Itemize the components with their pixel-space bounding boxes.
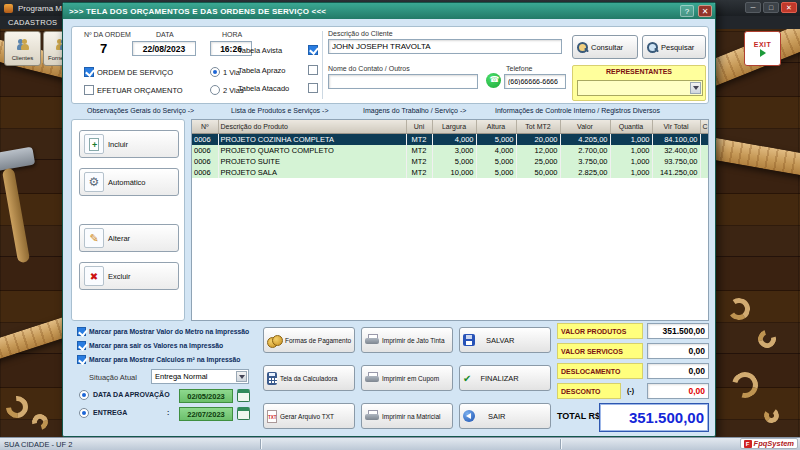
table-cell[interactable]: 0006: [192, 167, 218, 178]
imprimir-jato-button[interactable]: Imprimir de Jato Tinta: [361, 327, 453, 353]
representatives-select[interactable]: [577, 80, 703, 96]
aprovacao-date-field[interactable]: 02/05/2023: [179, 389, 233, 403]
table-cell[interactable]: [700, 145, 708, 156]
table-header-cell[interactable]: Tot MT2: [516, 120, 560, 133]
calendar-icon[interactable]: [237, 389, 250, 402]
table-cell[interactable]: 2.700,00: [560, 145, 610, 156]
toolbar-button-exit[interactable]: EXIT: [744, 31, 781, 66]
imprimir-matricial-button[interactable]: Imprimir na Matricial: [361, 403, 453, 429]
table-cell[interactable]: PROJETO SUITE: [218, 156, 406, 167]
phone-input[interactable]: [504, 74, 566, 89]
table-row[interactable]: 0006PROJETO COZINHA COMPLETAMT24,0005,00…: [192, 133, 708, 145]
table-header-cell[interactable]: Altura: [476, 120, 516, 133]
table-cell[interactable]: 4,000: [432, 133, 476, 145]
via-1-radio[interactable]: 1 Via: [210, 67, 240, 77]
table-cell[interactable]: 20,000: [516, 133, 560, 145]
tab-observacoes[interactable]: Observações Gerais do Serviço ->: [87, 107, 194, 114]
entrega-radio[interactable]: [79, 408, 89, 418]
tabela-avista-checkbox[interactable]: Tabela Avista: [238, 45, 318, 55]
table-cell[interactable]: MT2: [406, 145, 432, 156]
radio-icon[interactable]: [210, 67, 220, 77]
salvar-button[interactable]: SALVAR: [459, 327, 551, 353]
print-option-valores[interactable]: Marcar para sair os Valores na Impressão: [77, 341, 223, 350]
date-field[interactable]: 22/08/2023: [132, 41, 196, 56]
sair-button[interactable]: SAIR: [459, 403, 551, 429]
table-cell[interactable]: 10,000: [432, 167, 476, 178]
whatsapp-icon[interactable]: [486, 73, 501, 88]
print-option-valor-metro[interactable]: Marcar para Mostrar Valor do Metro na Im…: [77, 327, 249, 336]
tab-lista-produtos[interactable]: Lista de Produtos e Serviços ->: [231, 107, 328, 114]
table-cell[interactable]: 12,000: [516, 145, 560, 156]
dialog-close-button[interactable]: ✕: [698, 5, 712, 17]
table-row[interactable]: 0006PROJETO SUITEMT25,0005,00025,0003.75…: [192, 156, 708, 167]
menu-item-cadastros[interactable]: CADASTROS: [8, 18, 57, 27]
table-cell[interactable]: 25,000: [516, 156, 560, 167]
table-header-cell[interactable]: C: [700, 120, 708, 133]
checkbox-icon[interactable]: [77, 341, 86, 350]
close-button[interactable]: ✕: [781, 2, 797, 13]
calendar-icon[interactable]: [237, 407, 250, 420]
table-cell[interactable]: MT2: [406, 167, 432, 178]
table-cell[interactable]: [700, 167, 708, 178]
tab-informacoes[interactable]: Informações de Controle Interno / Regist…: [495, 107, 660, 114]
consultar-button[interactable]: Consultar: [572, 35, 638, 59]
table-cell[interactable]: 2.825,00: [560, 167, 610, 178]
table-cell[interactable]: 84.100,00: [652, 133, 700, 145]
ordem-servico-checkbox[interactable]: ORDEM DE SERVIÇO: [84, 67, 173, 77]
entrega-date-field[interactable]: 22/07/2023: [179, 407, 233, 421]
tabela-atacado-checkbox[interactable]: Tabela Atacado: [238, 83, 318, 93]
table-cell[interactable]: 1,000: [610, 133, 652, 145]
table-cell[interactable]: 5,000: [476, 133, 516, 145]
excluir-button[interactable]: Excluir: [79, 262, 179, 290]
maximize-button[interactable]: □: [763, 2, 779, 13]
print-option-calculos[interactable]: Marcar para Mostrar Calculos m² na Impre…: [77, 355, 240, 364]
table-header-cell[interactable]: Descrição do Produto: [218, 120, 406, 133]
chevron-down-icon[interactable]: [690, 82, 701, 94]
dialog-help-button[interactable]: ?: [680, 5, 694, 17]
table-cell[interactable]: 93.750,00: [652, 156, 700, 167]
table-header-cell[interactable]: Nº: [192, 120, 218, 133]
table-row[interactable]: 0006PROJETO SALAMT210,0005,00050,0002.82…: [192, 167, 708, 178]
table-header-cell[interactable]: Vlr Total: [652, 120, 700, 133]
checkbox-icon[interactable]: [84, 67, 94, 77]
table-header-cell[interactable]: Largura: [432, 120, 476, 133]
table-cell[interactable]: [700, 156, 708, 167]
table-cell[interactable]: PROJETO QUARTO COMPLETO: [218, 145, 406, 156]
tab-imagens[interactable]: Imagens do Trabalho / Serviço ->: [363, 107, 466, 114]
client-description-input[interactable]: [328, 39, 562, 54]
finalizar-button[interactable]: FINALIZAR: [459, 365, 551, 391]
calculadora-button[interactable]: Tela da Calculadora: [263, 365, 355, 391]
checkbox-icon[interactable]: [308, 45, 318, 55]
table-cell[interactable]: 4,000: [476, 145, 516, 156]
table-cell[interactable]: MT2: [406, 133, 432, 145]
aprovacao-radio[interactable]: [79, 390, 89, 400]
table-header-cell[interactable]: Valor: [560, 120, 610, 133]
situacao-select[interactable]: Entrega Normal: [151, 369, 249, 384]
table-cell[interactable]: 0006: [192, 145, 218, 156]
alterar-button[interactable]: Alterar: [79, 224, 179, 252]
efetuar-orcamento-checkbox[interactable]: EFETUAR ORÇAMENTO: [84, 85, 183, 95]
table-cell[interactable]: 5,000: [432, 156, 476, 167]
table-cell[interactable]: 4.205,00: [560, 133, 610, 145]
checkbox-icon[interactable]: [77, 327, 86, 336]
pesquisar-button[interactable]: Pesquisar: [642, 35, 706, 59]
tabela-aprazo-checkbox[interactable]: Tabela Aprazo: [238, 65, 318, 75]
table-row[interactable]: 0006PROJETO QUARTO COMPLETOMT23,0004,000…: [192, 145, 708, 156]
table-cell[interactable]: 32.400,00: [652, 145, 700, 156]
table-cell[interactable]: PROJETO COZINHA COMPLETA: [218, 133, 406, 145]
checkbox-icon[interactable]: [77, 355, 86, 364]
automatico-button[interactable]: Automático: [79, 168, 179, 196]
table-cell[interactable]: 1,000: [610, 156, 652, 167]
table-cell[interactable]: 3,000: [432, 145, 476, 156]
formas-pagamento-button[interactable]: Formas de Pagamento: [263, 327, 355, 353]
contact-name-input[interactable]: [328, 74, 478, 89]
incluir-button[interactable]: Incluir: [79, 130, 179, 158]
checkbox-icon[interactable]: [308, 83, 318, 93]
radio-icon[interactable]: [210, 85, 220, 95]
table-cell[interactable]: 1,000: [610, 145, 652, 156]
table-cell[interactable]: 5,000: [476, 156, 516, 167]
checkbox-icon[interactable]: [308, 65, 318, 75]
table-cell[interactable]: 5,000: [476, 167, 516, 178]
table-cell[interactable]: 50,000: [516, 167, 560, 178]
toolbar-button-clientes[interactable]: Clientes: [4, 31, 41, 66]
